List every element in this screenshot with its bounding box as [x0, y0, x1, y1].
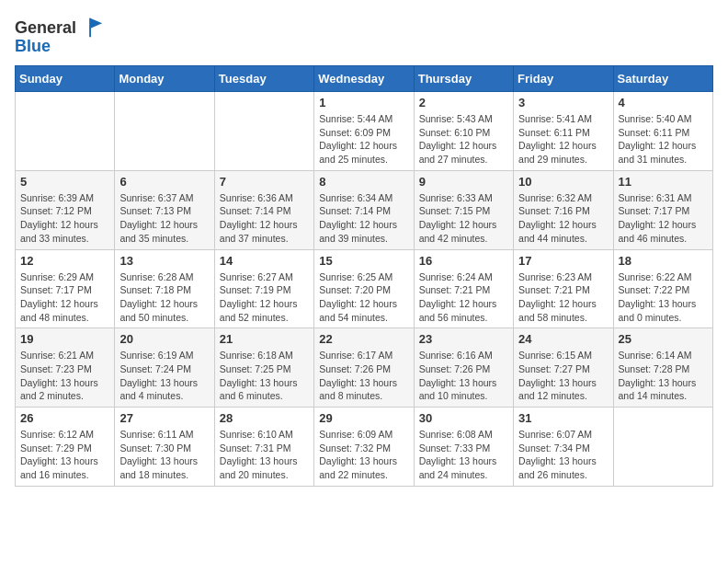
day-number: 3: [518, 96, 608, 109]
calendar-cell: 6Sunrise: 6:37 AM Sunset: 7:13 PM Daylig…: [115, 170, 214, 249]
day-info: Sunrise: 6:23 AM Sunset: 7:21 PM Dayligh…: [518, 270, 608, 325]
day-number: 22: [319, 332, 408, 346]
day-info: Sunrise: 6:11 AM Sunset: 7:30 PM Dayligh…: [119, 428, 209, 482]
day-info: Sunrise: 6:27 AM Sunset: 7:19 PM Dayligh…: [220, 270, 309, 325]
calendar-cell: 25Sunrise: 6:14 AM Sunset: 7:28 PM Dayli…: [613, 328, 712, 408]
day-info: Sunrise: 6:24 AM Sunset: 7:21 PM Dayligh…: [419, 270, 508, 325]
calendar-cell: 13Sunrise: 6:28 AM Sunset: 7:18 PM Dayli…: [115, 249, 214, 328]
day-number: 29: [319, 411, 408, 425]
day-number: 15: [319, 254, 408, 268]
calendar-cell: 11Sunrise: 6:31 AM Sunset: 7:17 PM Dayli…: [613, 170, 712, 249]
day-number: 4: [619, 96, 708, 109]
day-info: Sunrise: 5:40 AM Sunset: 6:11 PM Dayligh…: [619, 112, 708, 167]
day-number: 7: [220, 175, 309, 189]
calendar-cell: 16Sunrise: 6:24 AM Sunset: 7:21 PM Dayli…: [414, 249, 513, 328]
calendar-table: SundayMondayTuesdayWednesdayThursdayFrid…: [15, 65, 713, 487]
day-number: 9: [419, 175, 508, 189]
calendar-cell: 30Sunrise: 6:08 AM Sunset: 7:33 PM Dayli…: [414, 408, 513, 487]
day-info: Sunrise: 6:39 AM Sunset: 7:12 PM Dayligh…: [20, 191, 109, 246]
day-number: 27: [119, 411, 209, 425]
calendar-cell: 24Sunrise: 6:15 AM Sunset: 7:27 PM Dayli…: [514, 328, 613, 408]
day-info: Sunrise: 6:29 AM Sunset: 7:17 PM Dayligh…: [20, 270, 109, 325]
day-number: 13: [119, 254, 209, 268]
day-info: Sunrise: 5:43 AM Sunset: 6:10 PM Dayligh…: [419, 112, 508, 167]
calendar-cell: [16, 92, 115, 171]
day-number: 16: [419, 254, 508, 268]
calendar-cell: 15Sunrise: 6:25 AM Sunset: 7:20 PM Dayli…: [314, 249, 414, 328]
weekday-header-friday: Friday: [514, 66, 613, 92]
calendar-cell: 3Sunrise: 5:41 AM Sunset: 6:11 PM Daylig…: [514, 92, 613, 171]
calendar-cell: 9Sunrise: 6:33 AM Sunset: 7:15 PM Daylig…: [414, 170, 513, 249]
day-info: Sunrise: 6:09 AM Sunset: 7:32 PM Dayligh…: [319, 428, 408, 482]
weekday-header-monday: Monday: [115, 66, 214, 92]
page-header: General Blue: [15, 15, 713, 56]
day-number: 19: [20, 332, 109, 346]
day-number: 5: [20, 175, 109, 189]
calendar-week-row: 1Sunrise: 5:44 AM Sunset: 6:09 PM Daylig…: [16, 92, 713, 171]
weekday-header-thursday: Thursday: [414, 66, 513, 92]
calendar-cell: [214, 92, 313, 171]
day-number: 18: [619, 254, 708, 268]
day-info: Sunrise: 6:18 AM Sunset: 7:25 PM Dayligh…: [220, 349, 309, 403]
calendar-cell: 5Sunrise: 6:39 AM Sunset: 7:12 PM Daylig…: [16, 170, 115, 249]
day-number: 20: [119, 332, 209, 346]
logo: General Blue: [15, 15, 104, 56]
day-info: Sunrise: 6:17 AM Sunset: 7:26 PM Dayligh…: [319, 349, 408, 403]
weekday-header-saturday: Saturday: [613, 66, 712, 92]
day-info: Sunrise: 6:10 AM Sunset: 7:31 PM Dayligh…: [220, 428, 309, 482]
calendar-week-row: 19Sunrise: 6:21 AM Sunset: 7:23 PM Dayli…: [16, 328, 713, 408]
calendar-cell: 20Sunrise: 6:19 AM Sunset: 7:24 PM Dayli…: [115, 328, 214, 408]
day-info: Sunrise: 6:33 AM Sunset: 7:15 PM Dayligh…: [419, 191, 508, 246]
calendar-week-row: 5Sunrise: 6:39 AM Sunset: 7:12 PM Daylig…: [16, 170, 713, 249]
day-number: 11: [619, 175, 708, 189]
logo-flag-icon: [78, 15, 104, 40]
day-number: 25: [619, 332, 708, 346]
day-info: Sunrise: 6:08 AM Sunset: 7:33 PM Dayligh…: [419, 428, 508, 482]
day-info: Sunrise: 6:12 AM Sunset: 7:29 PM Dayligh…: [20, 428, 109, 482]
calendar-cell: 26Sunrise: 6:12 AM Sunset: 7:29 PM Dayli…: [16, 408, 115, 487]
day-number: 1: [319, 96, 408, 109]
day-number: 6: [119, 175, 209, 189]
day-number: 2: [419, 96, 508, 109]
calendar-cell: 21Sunrise: 6:18 AM Sunset: 7:25 PM Dayli…: [214, 328, 313, 408]
calendar-cell: 7Sunrise: 6:36 AM Sunset: 7:14 PM Daylig…: [214, 170, 313, 249]
day-info: Sunrise: 5:44 AM Sunset: 6:09 PM Dayligh…: [319, 112, 408, 167]
calendar-week-row: 12Sunrise: 6:29 AM Sunset: 7:17 PM Dayli…: [16, 249, 713, 328]
day-info: Sunrise: 6:31 AM Sunset: 7:17 PM Dayligh…: [619, 191, 708, 246]
day-info: Sunrise: 6:14 AM Sunset: 7:28 PM Dayligh…: [619, 349, 708, 403]
day-info: Sunrise: 6:32 AM Sunset: 7:16 PM Dayligh…: [518, 191, 608, 246]
calendar-cell: 8Sunrise: 6:34 AM Sunset: 7:14 PM Daylig…: [314, 170, 414, 249]
calendar-cell: [115, 92, 214, 171]
day-number: 23: [419, 332, 508, 346]
calendar-cell: 1Sunrise: 5:44 AM Sunset: 6:09 PM Daylig…: [314, 92, 414, 171]
calendar-cell: 10Sunrise: 6:32 AM Sunset: 7:16 PM Dayli…: [514, 170, 613, 249]
day-info: Sunrise: 6:37 AM Sunset: 7:13 PM Dayligh…: [119, 191, 209, 246]
svg-marker-0: [90, 18, 102, 29]
calendar-cell: 18Sunrise: 6:22 AM Sunset: 7:22 PM Dayli…: [613, 249, 712, 328]
day-number: 30: [419, 411, 508, 425]
calendar-cell: 12Sunrise: 6:29 AM Sunset: 7:17 PM Dayli…: [16, 249, 115, 328]
day-info: Sunrise: 6:25 AM Sunset: 7:20 PM Dayligh…: [319, 270, 408, 325]
day-info: Sunrise: 6:22 AM Sunset: 7:22 PM Dayligh…: [619, 270, 708, 325]
calendar-cell: 27Sunrise: 6:11 AM Sunset: 7:30 PM Dayli…: [115, 408, 214, 487]
calendar-cell: 17Sunrise: 6:23 AM Sunset: 7:21 PM Dayli…: [514, 249, 613, 328]
weekday-header-wednesday: Wednesday: [314, 66, 414, 92]
weekday-header-tuesday: Tuesday: [214, 66, 313, 92]
day-info: Sunrise: 5:41 AM Sunset: 6:11 PM Dayligh…: [518, 112, 608, 167]
day-number: 24: [518, 332, 608, 346]
day-info: Sunrise: 6:19 AM Sunset: 7:24 PM Dayligh…: [119, 349, 209, 403]
weekday-header-row: SundayMondayTuesdayWednesdayThursdayFrid…: [16, 66, 713, 92]
day-number: 8: [319, 175, 408, 189]
day-info: Sunrise: 6:34 AM Sunset: 7:14 PM Dayligh…: [319, 191, 408, 246]
logo-general-text: General: [15, 18, 76, 38]
day-info: Sunrise: 6:07 AM Sunset: 7:34 PM Dayligh…: [518, 428, 608, 482]
day-number: 31: [518, 411, 608, 425]
day-number: 26: [20, 411, 109, 425]
day-number: 10: [518, 175, 608, 189]
calendar-cell: 19Sunrise: 6:21 AM Sunset: 7:23 PM Dayli…: [16, 328, 115, 408]
calendar-cell: 4Sunrise: 5:40 AM Sunset: 6:11 PM Daylig…: [613, 92, 712, 171]
day-number: 17: [518, 254, 608, 268]
calendar-cell: 22Sunrise: 6:17 AM Sunset: 7:26 PM Dayli…: [314, 328, 414, 408]
calendar-cell: [613, 408, 712, 487]
day-number: 12: [20, 254, 109, 268]
